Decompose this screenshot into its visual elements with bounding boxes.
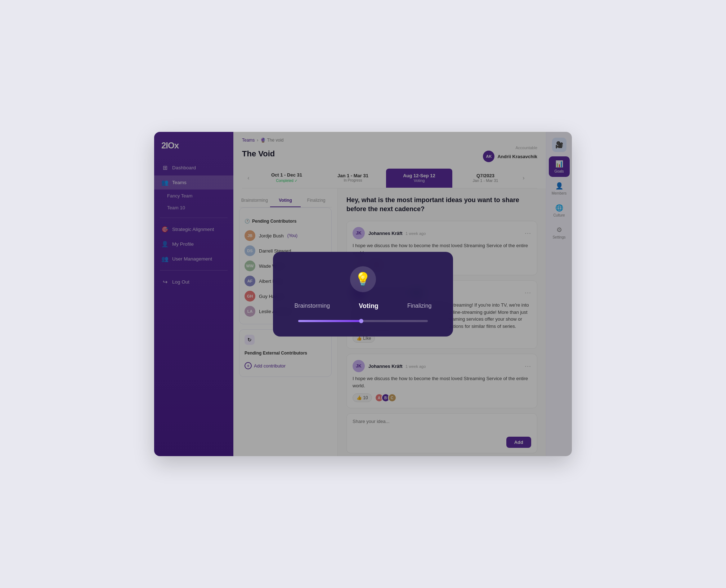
profile-icon: 👤 xyxy=(161,241,169,248)
breadcrumb-separator: › xyxy=(257,138,258,143)
app-container: 2IOx ⊞ Dashboard 👥 Teams Fancy Team Team… xyxy=(154,132,572,456)
contrib-avatar-albert: AF xyxy=(245,276,255,286)
reaction-btn-3[interactable]: 👍 10 xyxy=(353,393,372,402)
share-input[interactable] xyxy=(353,419,531,433)
cadence-oct-dec-title: Oct 1 - Dec 31 xyxy=(259,172,314,178)
idea-author-1: Johannes Kräft xyxy=(368,231,403,236)
goals-icon: 📊 xyxy=(555,160,563,168)
cadence-tab-aug-sep[interactable]: Aug 12-Sep 12 Voting xyxy=(386,169,452,188)
contrib-avatar-wade: WW xyxy=(245,260,255,271)
idea-avatar-3: JK xyxy=(353,360,365,372)
tab-voting[interactable]: Voting xyxy=(270,194,301,207)
phase-step-brainstorming: Brainstorming xyxy=(295,303,330,309)
tab-brainstorming[interactable]: Brainstorming xyxy=(239,194,270,207)
sidebar-item-teams[interactable]: 👥 Teams xyxy=(154,175,233,190)
phase-progress-fill xyxy=(298,320,363,322)
phase-progress-dot xyxy=(359,319,363,323)
cadence-aug-sep-title: Aug 12-Sep 12 xyxy=(392,173,447,178)
idea-reactions-3: 👍 10 A B C xyxy=(353,393,531,402)
idea-meta-1: JK Johannes Kräft 1 week ago xyxy=(353,227,426,239)
page-header: The Void Accountable AK Andrii Krasavchi… xyxy=(242,146,537,162)
sidebar-item-strategic-alignment[interactable]: 🎯 Strategic Alignment xyxy=(154,222,233,236)
cadence-prev-btn[interactable]: ‹ xyxy=(243,173,254,183)
idea-menu-2[interactable]: ··· xyxy=(525,289,531,296)
sidebar: 2IOx ⊞ Dashboard 👥 Teams Fancy Team Team… xyxy=(154,132,233,456)
sidebar-item-logout[interactable]: ↪ Log Out xyxy=(154,275,233,289)
sidebar-divider xyxy=(160,218,228,218)
idea-menu-3[interactable]: ··· xyxy=(525,363,531,369)
popup-icon: 💡 xyxy=(350,266,376,292)
logout-icon: ↪ xyxy=(161,279,169,285)
accountable-name: Andrii Krasavchik xyxy=(497,154,537,159)
add-circle-icon: + xyxy=(245,362,252,369)
phase-steps: Brainstorming Voting Finalizing xyxy=(295,302,432,310)
you-badge: (You) xyxy=(287,233,297,238)
sidebar-item-my-profile[interactable]: 👤 My Profile xyxy=(154,237,233,251)
phase-progress-bar xyxy=(298,320,428,322)
members-icon: 👤 xyxy=(555,182,563,190)
tab-finalizing[interactable]: Finalizing xyxy=(301,194,332,207)
dashboard-icon: ⊞ xyxy=(161,164,169,171)
step-label-brainstorming: Brainstorming xyxy=(295,303,330,309)
clock-icon: 🕐 xyxy=(245,219,250,224)
idea-body-3: I hope we discuss the how to become the … xyxy=(353,375,531,389)
right-bar-members[interactable]: 👤 Members xyxy=(549,178,570,199)
idea-header-1: JK Johannes Kräft 1 week ago ··· xyxy=(353,227,531,239)
step-label-finalizing: Finalizing xyxy=(407,303,432,309)
cadence-tab-q7[interactable]: Q7/2023 Jan 1 - Mar 31 xyxy=(452,169,519,188)
idea-avatar-1: JK xyxy=(353,227,365,239)
breadcrumb: Teams › 🔮 The void xyxy=(242,138,537,143)
culture-icon: 🌐 xyxy=(555,204,563,212)
cadence-jan-mar-title: Jan 1 - Mar 31 xyxy=(326,173,380,178)
contrib-avatar-jordje: JB xyxy=(245,230,255,241)
contrib-avatar-guy: GH xyxy=(245,291,255,302)
idea-header-3: JK Johannes Kräft 1 week ago ··· xyxy=(353,360,531,372)
breadcrumb-teams[interactable]: Teams xyxy=(242,138,255,143)
pending-contributors-header: 🕐 Pending Contributors xyxy=(245,219,326,224)
phase-step-voting: Voting xyxy=(359,302,378,310)
page-title: The Void xyxy=(242,149,275,159)
breadcrumb-current: 🔮 The void xyxy=(260,138,283,143)
sidebar-sub-fancy-team[interactable]: Fancy Team xyxy=(154,190,233,201)
contrib-avatar-leslie: LA xyxy=(245,306,255,317)
right-bar-culture[interactable]: 🌐 Culture xyxy=(549,200,570,221)
teams-icon: 👥 xyxy=(161,179,169,186)
contributor-jordje: JB Jordje Bush (You) xyxy=(245,228,326,243)
accountable-block: Accountable AK Andrii Krasavchik xyxy=(483,146,537,162)
top-bar: Teams › 🔮 The void The Void Accountable … xyxy=(233,132,546,188)
idea-meta-3: JK Johannes Kräft 1 week ago xyxy=(353,360,426,372)
cadence-next-btn[interactable]: › xyxy=(519,173,529,183)
idea-menu-1[interactable]: ··· xyxy=(525,230,531,236)
sidebar-sub-team-10[interactable]: Team 10 xyxy=(154,202,233,213)
user-mgmt-icon: 👥 xyxy=(161,255,169,262)
cadence-oct-dec-status: Completed ✓ xyxy=(276,179,297,183)
external-contributors-header: Pending External Contributors xyxy=(245,351,326,356)
sidebar-item-user-management[interactable]: 👥 User Management xyxy=(154,252,233,266)
idea-time-1: 1 week ago xyxy=(405,231,426,236)
accountable-label: Accountable xyxy=(515,146,537,150)
idea-time-3: 1 week ago xyxy=(405,364,426,369)
cadence-jan-mar-status: In Progress xyxy=(326,178,380,182)
logo: 2IOx xyxy=(154,141,233,161)
right-bar-goals[interactable]: 📊 Goals xyxy=(549,156,570,177)
cadence-aug-sep-status: Voting xyxy=(392,178,447,183)
sidebar-item-dashboard[interactable]: ⊞ Dashboard xyxy=(154,161,233,175)
share-input-card: Add xyxy=(346,413,537,453)
video-call-btn[interactable]: 🎥 xyxy=(552,138,566,152)
phase-step-finalizing: Finalizing xyxy=(407,303,432,309)
contrib-avatar-darrell: DS xyxy=(245,245,255,256)
phase-tabs: Brainstorming Voting Finalizing xyxy=(239,194,332,208)
question-title: Hey, what is the most important ideas yo… xyxy=(346,196,537,214)
reaction-avatar-3c: C xyxy=(388,393,396,402)
external-icon: ↻ xyxy=(245,335,255,345)
phase-popup[interactable]: 💡 Brainstorming Voting Finalizing xyxy=(273,252,453,337)
step-label-voting: Voting xyxy=(359,302,378,310)
add-contributor-btn[interactable]: + Add contributor xyxy=(245,360,326,371)
cadence-tab-jan-mar[interactable]: Jan 1 - Mar 31 In Progress xyxy=(320,169,386,187)
strategic-icon: 🎯 xyxy=(161,226,169,233)
right-bar-settings[interactable]: ⚙ Settings xyxy=(549,222,570,243)
cadence-tab-oct-dec[interactable]: Oct 1 - Dec 31 Completed ✓ xyxy=(254,168,320,188)
reaction-avatars-3: A B C xyxy=(375,393,396,402)
idea-author-3: Johannes Kräft xyxy=(368,364,403,369)
add-idea-button[interactable]: Add xyxy=(506,437,531,448)
